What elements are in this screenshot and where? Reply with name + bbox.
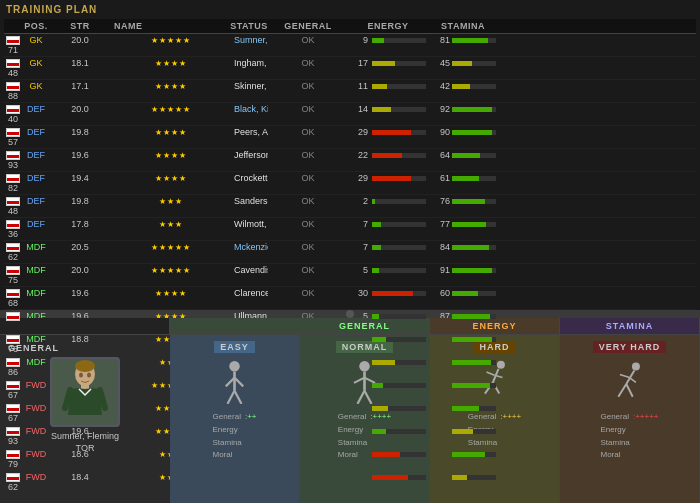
energy-cell: 91 [428, 265, 498, 275]
col-stamina: STAMINA [428, 21, 498, 31]
bottom-content: GENERAL [0, 335, 700, 503]
energy-num: 91 [430, 265, 450, 275]
vhard-stat-general: General :+++++ [600, 411, 658, 424]
normal-energy-label: Energy [338, 424, 363, 437]
svg-rect-2 [81, 384, 89, 389]
bar-bg [452, 245, 496, 250]
general-cell: 30 [348, 288, 428, 298]
star-full: ★ [151, 243, 158, 252]
star-full: ★ [183, 36, 190, 45]
energy-cell: 42 [428, 81, 498, 91]
vhard-stamina-label: Stamina [600, 437, 629, 450]
table-row[interactable]: MDF 20.5 ★★★★★ Mckenzie, Greg OK 7 84 62 [4, 241, 696, 264]
flag-england [6, 36, 20, 45]
flag-england [6, 473, 20, 482]
flag-cell [4, 335, 22, 344]
bar-bg [372, 452, 426, 457]
divider-dot [346, 310, 354, 318]
stars-cell: ★★★★ [110, 174, 230, 183]
col-flag [4, 21, 22, 31]
star-full: ★ [159, 197, 166, 206]
flag-cell [4, 36, 22, 45]
table-row[interactable]: GK 17.1 ★★★★ Skinner, Kingsley OK 11 42 … [4, 80, 696, 103]
bar-fill [452, 475, 467, 480]
star-full: ★ [179, 174, 186, 183]
stars-cell: ★★★★ [110, 82, 230, 91]
str-cell: 19.8 [50, 196, 110, 206]
bar-bg [372, 153, 426, 158]
table-row[interactable]: DEF 19.8 ★★★ Sanderson, Lucien-Fabrice O… [4, 195, 696, 218]
name-cell: Black, Kilian [230, 104, 268, 114]
bar-fill [452, 429, 473, 434]
table-row[interactable]: MDF 20.0 ★★★★★ Cavendish, Gary Winston O… [4, 264, 696, 287]
bar-bg [372, 61, 426, 66]
pos-cell: GK [22, 58, 50, 68]
name-cell: Sanderson, Lucien-Fabrice [230, 196, 268, 206]
energy-cell: 64 [428, 150, 498, 160]
str-cell: 19.8 [50, 127, 110, 137]
hard-general-value: :++++ [500, 411, 521, 424]
star-full: ★ [179, 128, 186, 137]
stamina-num: 62 [6, 252, 18, 262]
stamina-cell: 40 [4, 114, 22, 124]
star-full: ★ [171, 174, 178, 183]
stars-cell: ★★★ [110, 220, 230, 229]
table-row[interactable]: GK 18.1 ★★★★ Ingham, Emil OK 17 45 48 [4, 57, 696, 80]
easy-stat-energy: Energy [212, 424, 256, 437]
energy-num: 60 [430, 288, 450, 298]
star-full: ★ [163, 128, 170, 137]
stamina-num: 93 [6, 160, 18, 170]
easy-general-value: :++ [245, 411, 257, 424]
stamina-num: 48 [6, 68, 18, 78]
energy-cell: 90 [428, 127, 498, 137]
vhard-panel[interactable]: VERY HARD General :+++++ [560, 335, 700, 503]
flag-england [6, 312, 20, 321]
bar-bg [372, 199, 426, 204]
table-row[interactable]: DEF 20.0 ★★★★★ Black, Kilian OK 14 92 40 [4, 103, 696, 126]
table-row[interactable]: GK 20.0 ★★★★★ Sumner, Fleming OK 9 81 71 [4, 34, 696, 57]
stamina-cell: 48 [4, 206, 22, 216]
svg-point-17 [497, 361, 505, 369]
star-full: ★ [163, 82, 170, 91]
bar-fill [372, 360, 395, 365]
pos-cell: MDF [22, 242, 50, 252]
stamina-cell: 82 [4, 183, 22, 193]
stamina-label: STAMINA [560, 318, 700, 334]
bar-fill [372, 176, 411, 181]
star-full: ★ [183, 266, 190, 275]
stars-cell: ★★★★★ [110, 266, 230, 275]
easy-panel[interactable]: EASY General :++ [170, 335, 300, 503]
star-full: ★ [167, 105, 174, 114]
flag-england [6, 174, 20, 183]
energy-num: 77 [430, 219, 450, 229]
pos-cell: DEF [22, 196, 50, 206]
flag-cell [4, 312, 22, 321]
easy-general-label: General [212, 411, 240, 424]
bar-fill [452, 337, 492, 342]
star-full: ★ [175, 266, 182, 275]
table-row[interactable]: DEF 17.8 ★★★ Wilmott, Adolph OK 7 77 36 [4, 218, 696, 241]
table-row[interactable]: DEF 19.8 ★★★★ Peers, Adrian OK 29 90 57 [4, 126, 696, 149]
training-plan-section: TRAINING PLAN POS. STR NAME STATUS GENER… [0, 0, 700, 310]
star-full: ★ [183, 105, 190, 114]
table-header: POS. STR NAME STATUS GENERAL ENERGY STAM… [4, 19, 696, 34]
easy-stamina-label: Stamina [212, 437, 241, 450]
table-row[interactable]: DEF 19.4 ★★★★ Crockett, Conrad OK 29 61 … [4, 172, 696, 195]
stamina-num: 71 [6, 45, 18, 55]
str-cell: 19.6 [50, 288, 110, 298]
table-row[interactable]: MDF 19.6 ★★★★ Clarence, Rupert OK 30 60 … [4, 287, 696, 310]
bar-bg [372, 383, 426, 388]
table-row[interactable]: DEF 19.6 ★★★★ Jefferson, Buck OK 22 64 9… [4, 149, 696, 172]
status-cell: OK [268, 242, 348, 252]
svg-point-3 [79, 372, 83, 377]
stamina-cell: 93 [4, 160, 22, 170]
normal-stamina-label: Stamina [338, 437, 367, 450]
pos-cell: MDF [22, 288, 50, 298]
bar-bg [452, 314, 496, 319]
stamina-cell: 57 [4, 137, 22, 147]
svg-line-9 [228, 391, 235, 404]
bar-bg [452, 268, 496, 273]
normal-general-value: :++++ [370, 411, 391, 424]
bar-fill [452, 107, 492, 112]
vhard-stat-stamina: Stamina [600, 437, 658, 450]
